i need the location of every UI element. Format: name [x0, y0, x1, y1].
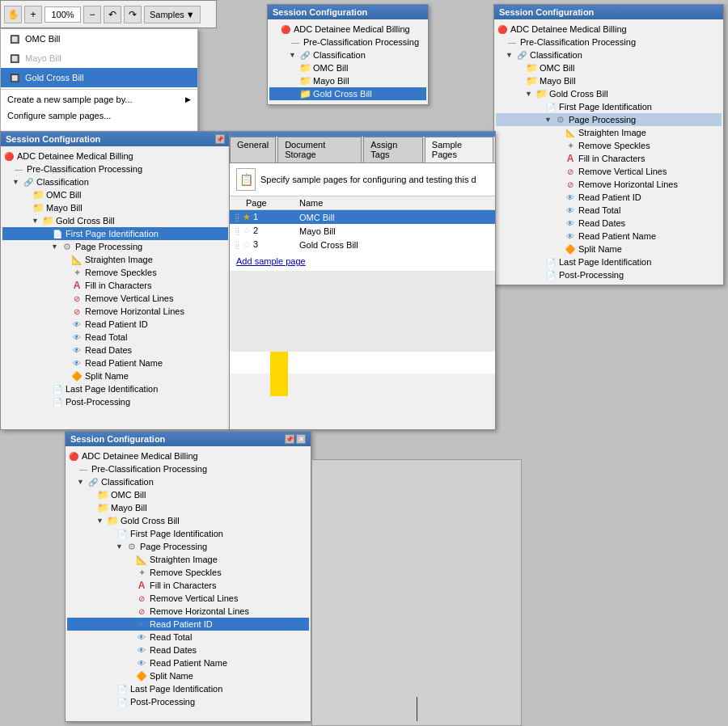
tree-item[interactable]: ▼ 📁 Gold Cross Bill: [496, 87, 722, 100]
toolbar: ✋ + − ↶ ↷ Samples ▼: [0, 0, 217, 28]
tree-item[interactable]: 📁 OMC Bill: [269, 61, 426, 74]
tree-item[interactable]: 📁 OMC Bill: [2, 188, 228, 201]
tree-item[interactable]: 👁 Read Patient Name: [2, 357, 228, 369]
tree-item-gold-cross[interactable]: 📁 Gold Cross Bill: [269, 87, 426, 100]
tree-item[interactable]: 📄 First Page Identification: [67, 527, 309, 540]
doc-icon: 📋: [236, 168, 256, 191]
tree-item[interactable]: 📄 Last Page Identification: [67, 682, 309, 695]
tree-item[interactable]: 📄 Post-Processing: [67, 695, 309, 708]
tree-item[interactable]: 🔴 ADC Detainee Medical Billing: [67, 450, 309, 462]
tree-item[interactable]: ⊘ Remove Horizontal Lines: [67, 605, 309, 618]
tree-item[interactable]: 🔴 ADC Detainee Medical Billing: [269, 23, 426, 36]
tree-item[interactable]: ▼ 🔗 Classification: [67, 475, 309, 488]
yellow-marker: [270, 352, 288, 396]
tree-item[interactable]: 📐 Straighten Image: [2, 253, 228, 266]
dropdown-item-omc[interactable]: 🔲 OMC Bill: [1, 29, 197, 49]
tree-item[interactable]: ▼ 📁 Gold Cross Bill: [2, 214, 228, 227]
tree-item[interactable]: ▼ 📁 Gold Cross Bill: [67, 514, 309, 527]
tree-item[interactable]: 👁 Read Total: [67, 631, 309, 644]
tree-item-page-processing[interactable]: ▼ ⚙ Page Processing: [496, 113, 722, 126]
tree-item[interactable]: 📄 First Page Identification: [496, 100, 722, 113]
tree-bottom-left: 🔴 ADC Detainee Medical Billing — Pre-Cla…: [66, 446, 311, 711]
dropdown-item-goldcross[interactable]: 🔲 Gold Cross Bill: [1, 68, 197, 87]
tree-item[interactable]: 📐 Straighten Image: [496, 126, 722, 139]
tree-item[interactable]: A Fill in Characters: [2, 279, 228, 292]
tree-item-read-patient-id[interactable]: 👁 Read Patient ID: [67, 618, 309, 631]
tree-item[interactable]: 📁 Mayo Bill: [269, 74, 426, 87]
tree-label: Remove Vertical Lines: [85, 293, 173, 303]
tree-item[interactable]: 👁 Read Total: [2, 331, 228, 344]
zoom-input[interactable]: [44, 6, 81, 23]
pin-button[interactable]: 📌: [285, 434, 294, 444]
tree-item[interactable]: — Pre-Classification Processing: [2, 163, 228, 175]
undo-button[interactable]: ↶: [104, 6, 121, 23]
tree-item[interactable]: 👁 Read Dates: [496, 217, 722, 230]
close-button[interactable]: ✕: [296, 434, 306, 444]
tree-item[interactable]: — Pre-Classification Processing: [67, 462, 309, 475]
tree-item[interactable]: 📄 Post-Processing: [496, 268, 722, 281]
tree-item[interactable]: ⊘ Remove Vertical Lines: [2, 292, 228, 305]
submenu-arrow: ▶: [185, 95, 191, 103]
tree-item[interactable]: 📁 OMC Bill: [496, 61, 722, 74]
tree-item[interactable]: 📁 Mayo Bill: [496, 74, 722, 87]
table-row[interactable]: ⣿ ★ 1 OMC Bill: [230, 210, 495, 225]
tree-item[interactable]: 🔴 ADC Detainee Medical Billing: [496, 23, 722, 36]
tree-label: ADC Detainee Medical Billing: [17, 151, 133, 161]
samples-dropdown-button[interactable]: Samples ▼: [144, 6, 201, 23]
tree-item[interactable]: 👁 Read Dates: [2, 344, 228, 357]
tree-item[interactable]: 📄 Last Page Identification: [2, 382, 228, 395]
hand-tool-button[interactable]: ✋: [4, 6, 22, 23]
tree-item[interactable]: ▼ 🔗 Classification: [2, 175, 228, 188]
tree-item[interactable]: 📁 Mayo Bill: [2, 201, 228, 214]
tree-item[interactable]: 📐 Straighten Image: [67, 553, 309, 566]
table-row[interactable]: ⣿ ☆ 2 Mayo Bill: [230, 224, 495, 238]
tree-item[interactable]: 👁 Read Patient ID: [496, 191, 722, 204]
tree-item[interactable]: 👁 Read Patient Name: [67, 656, 309, 669]
tree-item[interactable]: — Pre-Classification Processing: [496, 36, 722, 49]
tree-item[interactable]: ▼ ⚙ Page Processing: [2, 240, 228, 253]
tab-general[interactable]: General: [230, 137, 276, 163]
dropdown-separator: [1, 89, 197, 90]
tree-item[interactable]: A Fill in Characters: [496, 152, 722, 165]
tree-item[interactable]: ✦ Remove Speckles: [67, 566, 309, 579]
tree-label: Gold Cross Bill: [313, 89, 372, 99]
tree-item[interactable]: ⊘ Remove Vertical Lines: [67, 592, 309, 605]
tree-item[interactable]: 🔴 ADC Detainee Medical Billing: [2, 150, 228, 163]
pin-button[interactable]: 📌: [215, 134, 225, 144]
tree-item[interactable]: — Pre-Classification Processing: [269, 36, 426, 49]
tree-item[interactable]: 📄 Last Page Identification: [496, 255, 722, 268]
tab-sample-pages[interactable]: Sample Pages: [425, 137, 493, 163]
tree-item-first-page[interactable]: 📄 First Page Identification: [2, 227, 228, 240]
add-sample-link[interactable]: Add sample page: [236, 256, 306, 266]
zoom-out-button[interactable]: −: [83, 6, 101, 23]
tree-item[interactable]: 📁 OMC Bill: [67, 488, 309, 501]
dropdown-item-configure[interactable]: Configure sample pages...: [1, 108, 197, 124]
tree-item[interactable]: 👁 Read Patient ID: [2, 318, 228, 331]
tree-item[interactable]: 📁 Mayo Bill: [67, 501, 309, 514]
zoom-in-button[interactable]: +: [24, 6, 42, 23]
table-row[interactable]: ⣿ ☆ 3 Gold Cross Bill: [230, 238, 495, 251]
tree-item[interactable]: 🔶 Split Name: [496, 243, 722, 255]
tree-item[interactable]: 🔶 Split Name: [2, 369, 228, 382]
gear-icon: ⚙: [125, 541, 138, 552]
tree-item[interactable]: ✦ Remove Speckles: [2, 266, 228, 279]
tree-item[interactable]: A Fill in Characters: [67, 579, 309, 592]
tree-item[interactable]: 👁 Read Patient Name: [496, 230, 722, 243]
tree-item[interactable]: ✦ Remove Speckles: [496, 139, 722, 152]
tree-item[interactable]: ⊘ Remove Horizontal Lines: [496, 178, 722, 191]
tree-item[interactable]: 👁 Read Total: [496, 204, 722, 217]
tab-document-storage[interactable]: Document Storage: [277, 137, 362, 163]
tree-item[interactable]: ▼ 🔗 Classification: [496, 49, 722, 61]
tree-item[interactable]: 📄 Post-Processing: [2, 395, 228, 408]
tab-assign-tags[interactable]: Assign Tags: [363, 137, 423, 163]
tree-item[interactable]: ⊘ Remove Horizontal Lines: [2, 305, 228, 318]
tree-label: Page Processing: [140, 542, 207, 551]
tree-item[interactable]: ▼ ⚙ Page Processing: [67, 540, 309, 553]
tree-item[interactable]: 🔶 Split Name: [67, 669, 309, 682]
tree-item[interactable]: 👁 Read Dates: [67, 644, 309, 656]
redo-button[interactable]: ↷: [124, 6, 142, 23]
dropdown-item-mayo[interactable]: 🔲 Mayo Bill: [1, 49, 197, 68]
tree-item[interactable]: ▼ 🔗 Classification: [269, 49, 426, 61]
dropdown-item-create[interactable]: Create a new sample page by... ▶: [1, 91, 197, 108]
tree-item[interactable]: ⊘ Remove Vertical Lines: [496, 165, 722, 178]
